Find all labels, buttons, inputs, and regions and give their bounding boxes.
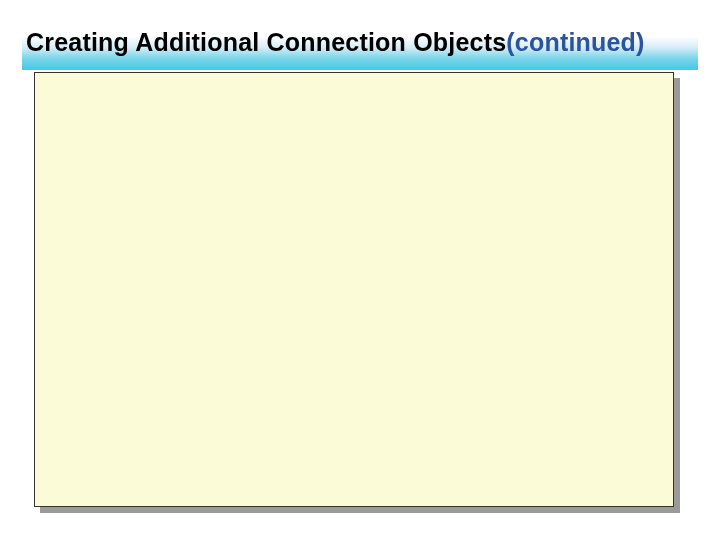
slide-title-bar: Creating Additional Connection Objects(c…	[22, 14, 698, 70]
title-main: Creating Additional Connection Objects	[26, 28, 506, 56]
content-panel	[34, 72, 674, 507]
title-suffix: (continued)	[506, 28, 644, 56]
slide-title: Creating Additional Connection Objects(c…	[26, 28, 645, 57]
